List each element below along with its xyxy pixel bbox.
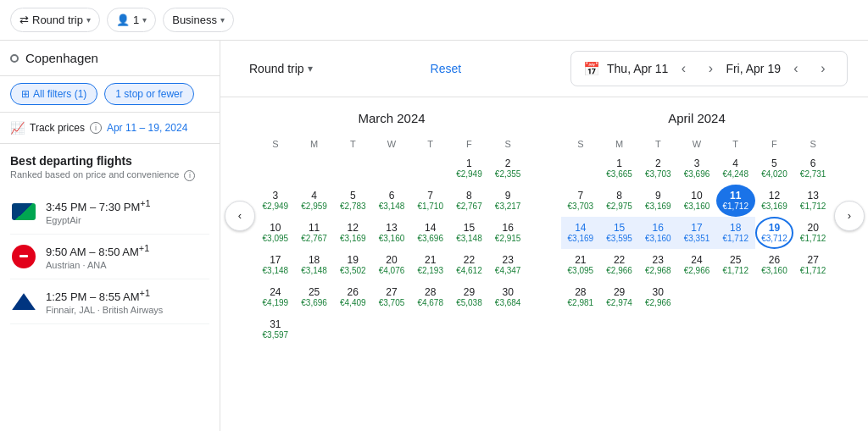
cal-cell[interactable]: 25€1,712	[716, 249, 755, 281]
cal-cell[interactable]: 13€1,712	[793, 185, 832, 217]
cal-cell[interactable]: 28€4,678	[411, 281, 450, 313]
cal-cell[interactable]: 22€4,612	[450, 249, 489, 281]
cal-day-price: €3,665	[606, 169, 632, 180]
start-date-next-button[interactable]: ›	[698, 57, 722, 80]
cal-cell[interactable]: 17€3,148	[256, 249, 295, 281]
cal-day-price: €2,767	[301, 234, 327, 244]
cal-cell[interactable]: 8€2,975	[600, 185, 639, 217]
cal-day-price: €3,148	[301, 266, 327, 276]
cal-cell[interactable]: 17€3,351	[677, 217, 716, 249]
calendar-prev-button[interactable]: ‹	[225, 201, 255, 231]
cal-cell[interactable]: 31€3,597	[256, 313, 295, 345]
cal-cell[interactable]: 3€2,949	[256, 185, 295, 217]
cal-cell[interactable]: 25€3,696	[295, 281, 334, 313]
cal-cell[interactable]: 16€3,160	[638, 217, 677, 249]
cal-cell[interactable]: 12€3,169	[333, 217, 372, 249]
cal-day-price: €5,038	[456, 298, 482, 308]
cal-cell[interactable]: 2€3,703	[638, 152, 677, 185]
cal-cell[interactable]: 21€2,193	[411, 249, 450, 281]
start-date-text: Thu, Apr 11	[607, 62, 668, 75]
cal-cell[interactable]: 15€3,148	[450, 217, 489, 249]
cal-day-price: €3,597	[263, 330, 289, 340]
cal-cell[interactable]: 2€2,355	[488, 152, 527, 185]
passengers-button[interactable]: 👤 1 ▾	[107, 8, 156, 32]
cal-cell[interactable]: 1€2,949	[450, 152, 489, 185]
cal-day-number: 6	[810, 157, 816, 169]
search-origin-dot	[10, 54, 19, 63]
cal-day-number: 18	[730, 222, 741, 234]
cal-cell[interactable]: 5€4,020	[755, 152, 794, 185]
cal-cell[interactable]: 19€3,502	[333, 249, 372, 281]
cal-cell[interactable]: 13€3,160	[372, 217, 411, 249]
cal-day-price: €4,248	[722, 169, 748, 180]
cal-cell[interactable]: 28€2,981	[561, 281, 600, 313]
cal-cell[interactable]: 22€2,966	[600, 249, 639, 281]
cal-cell[interactable]: 20€4,076	[372, 249, 411, 281]
cal-cell[interactable]: 19€3,712	[755, 217, 794, 249]
cal-cell[interactable]: 14€3,696	[411, 217, 450, 249]
cal-cell[interactable]: 24€4,199	[256, 281, 295, 313]
cal-cell[interactable]: 10€3,160	[677, 185, 716, 217]
cal-cell[interactable]: 6€2,731	[793, 152, 832, 185]
cal-day-number: 18	[309, 254, 320, 266]
all-filters-button[interactable]: ⊞ All filters (1)	[10, 83, 97, 105]
cal-cell[interactable]: 12€3,169	[755, 185, 794, 217]
cal-cell[interactable]: 27€1,712	[793, 249, 832, 281]
cal-cell[interactable]: 14€3,169	[561, 217, 600, 249]
cal-cell[interactable]: 7€1,710	[411, 185, 450, 217]
cal-day-price: €4,199	[263, 298, 289, 308]
cal-cell[interactable]: 4€4,248	[716, 152, 755, 185]
calendar-next-button[interactable]: ›	[834, 201, 865, 231]
cal-cell[interactable]: 7€3,703	[561, 185, 600, 217]
cal-cell[interactable]: 29€2,974	[600, 281, 639, 313]
cal-cell[interactable]: 30€3,684	[488, 281, 527, 313]
search-input[interactable]	[25, 51, 209, 65]
end-date-prev-button[interactable]: ‹	[784, 57, 808, 80]
cal-day-price: €3,148	[263, 266, 289, 276]
cal-cell[interactable]: 16€2,915	[488, 217, 527, 249]
cal-cell[interactable]: 24€2,966	[677, 249, 716, 281]
cal-cell[interactable]: 23€4,347	[488, 249, 527, 281]
start-date-prev-button[interactable]: ‹	[671, 57, 695, 80]
calendar-roundtrip-dropdown[interactable]: Round trip ▾	[241, 57, 321, 80]
flight-time: 3:45 PM – 7:30 PM+1	[46, 198, 209, 213]
date-nav-group: 📅 Thu, Apr 11 ‹ › Fri, Apr 19 ‹ ›	[570, 51, 848, 86]
class-button[interactable]: Business ▾	[163, 8, 234, 32]
cal-cell[interactable]: 8€2,767	[450, 185, 489, 217]
cal-cell[interactable]: 18€1,712	[716, 217, 755, 249]
airline-logo	[10, 288, 37, 315]
cal-cell[interactable]: 11€1,712	[716, 185, 755, 217]
cal-cell[interactable]: 11€2,767	[295, 217, 334, 249]
passengers-chevron-icon: ▾	[142, 15, 147, 25]
flight-card[interactable]: 1:25 PM – 8:55 AM+1 Finnair, JAL · Briti…	[10, 279, 209, 324]
reset-button[interactable]: Reset	[431, 62, 462, 75]
cal-day-number: 19	[348, 254, 359, 266]
cal-cell[interactable]: 9€3,169	[638, 185, 677, 217]
cal-cell[interactable]: 27€3,705	[372, 281, 411, 313]
cal-cell[interactable]: 6€3,148	[372, 185, 411, 217]
start-date-nav[interactable]: 📅 Thu, Apr 11 ‹ › Fri, Apr 19 ‹ ›	[570, 51, 848, 86]
cal-cell[interactable]: 3€3,696	[677, 152, 716, 185]
cal-cell[interactable]: 15€3,595	[600, 217, 639, 249]
stop-filter-button[interactable]: 1 stop or fewer	[104, 83, 193, 105]
cal-cell[interactable]: 10€3,095	[256, 217, 295, 249]
flight-card[interactable]: 3:45 PM – 7:30 PM+1 EgyptAir	[10, 190, 209, 235]
cal-cell[interactable]: 5€2,783	[333, 185, 372, 217]
cal-cell[interactable]: 26€3,160	[755, 249, 794, 281]
cal-cell[interactable]: 1€3,665	[600, 152, 639, 185]
flight-card[interactable]: 9:50 AM – 8:50 AM+1 Austrian · ANA	[10, 235, 209, 279]
cal-cell[interactable]: 26€4,409	[333, 281, 372, 313]
cal-cell[interactable]: 4€2,959	[295, 185, 334, 217]
cal-cell[interactable]: 9€3,217	[488, 185, 527, 217]
cal-cell[interactable]: 18€3,148	[295, 249, 334, 281]
end-date-next-button[interactable]: ›	[811, 57, 835, 80]
cal-cell[interactable]: 23€2,968	[638, 249, 677, 281]
cal-day-number: 23	[653, 254, 664, 266]
cal-cell[interactable]: 29€5,038	[450, 281, 489, 313]
cal-day-number: 17	[270, 254, 281, 266]
cal-day-header: T	[638, 135, 677, 152]
cal-cell[interactable]: 21€3,095	[561, 249, 600, 281]
cal-cell[interactable]: 30€2,966	[638, 281, 677, 313]
round-trip-button[interactable]: ⇄ Round trip ▾	[10, 8, 100, 32]
cal-cell[interactable]: 20€1,712	[793, 217, 832, 249]
